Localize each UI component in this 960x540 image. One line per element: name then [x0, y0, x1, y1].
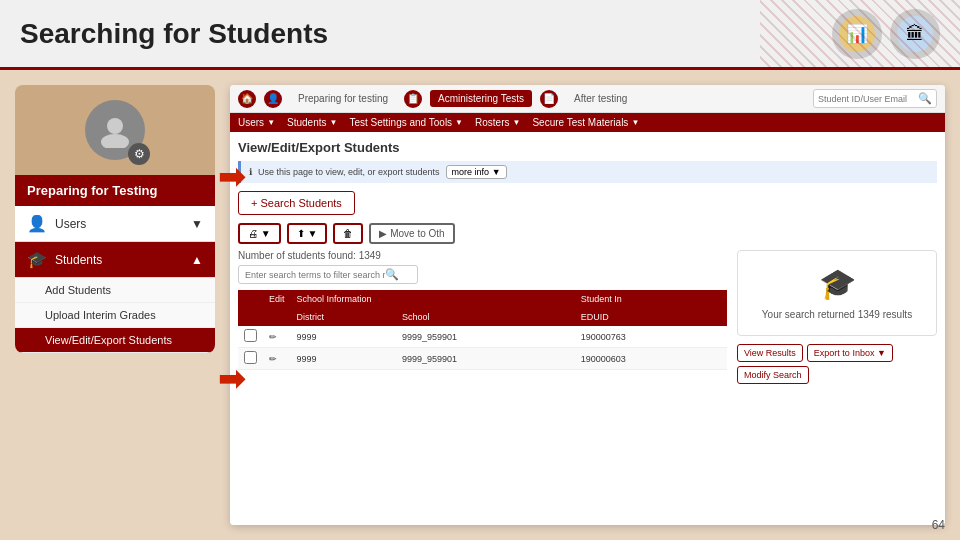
row2-school: 9999_959901	[396, 348, 575, 370]
move-button[interactable]: ▶ Move to Oth	[369, 223, 454, 244]
search-returned-panel: 🎓 Your search returned 1349 results	[737, 250, 937, 336]
arrow1: ➡	[218, 158, 245, 196]
sub-checkbox	[238, 308, 263, 326]
mortarboard-icon: 🎓	[748, 266, 926, 301]
filter-row: 🔍	[238, 265, 418, 284]
sidebar: Preparing for Testing 👤 Users ▼ 🎓 Studen…	[15, 85, 215, 525]
row2-edit[interactable]: ✏	[263, 348, 291, 370]
students-chevron-icon: ▲	[191, 253, 203, 267]
bg-decoration	[760, 0, 960, 70]
home-icon[interactable]: 🏠	[238, 90, 256, 108]
secure-test-chevron: ▼	[631, 118, 639, 127]
table-row: ✏ 9999 9999_959901 190000763	[238, 326, 727, 348]
sidebar-item-students[interactable]: 🎓 Students ▲	[15, 242, 215, 278]
sidebar-menu: 👤 Users ▼ 🎓 Students ▲ Add Students Uplo…	[15, 206, 215, 353]
menu-students[interactable]: Students ▼	[287, 117, 337, 128]
row2-district: 9999	[291, 348, 396, 370]
menu-secure-test[interactable]: Secure Test Materials ▼	[532, 117, 639, 128]
test-settings-chevron: ▼	[455, 118, 463, 127]
row1-edit[interactable]: ✏	[263, 326, 291, 348]
sidebar-avatar	[15, 85, 215, 175]
sidebar-subitem-upload-interim[interactable]: Upload Interim Grades	[15, 303, 215, 328]
row2-eduid: 190000603	[575, 348, 727, 370]
view-results-button[interactable]: View Results	[737, 344, 803, 362]
col-school-info-header: School Information	[291, 290, 575, 308]
action-buttons-row: View Results Export to Inbox ▼ Modify Se…	[737, 344, 937, 384]
sub-edit	[263, 308, 291, 326]
avatar-icon	[85, 100, 145, 160]
sidebar-item-users[interactable]: 👤 Users ▼	[15, 206, 215, 242]
page-header: Searching for Students 📊 🏛	[0, 0, 960, 70]
rosters-chevron: ▼	[512, 118, 520, 127]
sidebar-item-students-left: 🎓 Students	[27, 250, 102, 269]
search-students-button[interactable]: + Search Students	[238, 191, 355, 215]
students-table: Edit School Information Student In Distr…	[238, 290, 727, 370]
main-content: Preparing for Testing 👤 Users ▼ 🎓 Studen…	[0, 70, 960, 540]
users-icon: 👤	[27, 214, 47, 233]
right-panel: 🎓 Your search returned 1349 results View…	[737, 250, 937, 384]
menu-bar: Users ▼ Students ▼ Test Settings and Too…	[230, 113, 945, 132]
col-student-info-header: Student In	[575, 290, 727, 308]
users-menu-chevron: ▼	[267, 118, 275, 127]
top-search-input[interactable]	[818, 94, 918, 104]
tab-preparing[interactable]: Preparing for testing	[290, 90, 396, 107]
sidebar-item-students-label: Students	[55, 253, 102, 267]
export-button[interactable]: ⬆ ▼	[287, 223, 328, 244]
results-section: Number of students found: 1349 🔍 Edit Sc…	[238, 250, 937, 384]
page-title: Searching for Students	[20, 18, 328, 50]
sidebar-item-users-label: Users	[55, 217, 86, 231]
sub-eduid: EDUID	[575, 308, 727, 326]
info-bar: ℹ Use this page to view, edit, or export…	[238, 161, 937, 183]
svg-point-4	[107, 118, 123, 134]
filter-input[interactable]	[245, 270, 385, 280]
row2-checkbox[interactable]	[244, 351, 257, 364]
top-search-icon: 🔍	[918, 92, 932, 105]
results-count: Number of students found: 1349	[238, 250, 727, 261]
browser-window: 🏠 👤 Preparing for testing 📋 Acministerin…	[230, 85, 945, 525]
row1-school: 9999_959901	[396, 326, 575, 348]
toolbar-row: 🖨 ▼ ⬆ ▼ 🗑 ▶ Move to Oth	[238, 223, 937, 244]
svg-point-5	[101, 134, 129, 148]
info-text: Use this page to view, edit, or export s…	[258, 167, 440, 177]
search-returned-text: Your search returned 1349 results	[748, 309, 926, 320]
students-menu-chevron: ▼	[330, 118, 338, 127]
info-icon: ℹ	[249, 167, 252, 177]
tab-after[interactable]: After testing	[566, 90, 635, 107]
menu-test-settings[interactable]: Test Settings and Tools ▼	[349, 117, 463, 128]
page-heading: View/Edit/Export Students	[238, 140, 937, 155]
students-icon: 🎓	[27, 250, 47, 269]
row1-checkbox[interactable]	[244, 329, 257, 342]
arrow2: ➡	[218, 360, 245, 398]
modify-search-button[interactable]: Modify Search	[737, 366, 809, 384]
sidebar-item-users-left: 👤 Users	[27, 214, 86, 233]
page-number: 64	[932, 518, 945, 532]
browser-content: View/Edit/Export Students ℹ Use this pag…	[230, 132, 945, 525]
user-nav-icon[interactable]: 👤	[264, 90, 282, 108]
top-search-box[interactable]: 🔍	[813, 89, 937, 108]
sidebar-subitem-view-edit-export[interactable]: View/Edit/Export Students	[15, 328, 215, 353]
more-info-button[interactable]: more info ▼	[446, 165, 507, 179]
delete-button[interactable]: 🗑	[333, 223, 363, 244]
tab-administering[interactable]: Acministering Tests	[430, 90, 532, 107]
table-row: ✏ 9999 9999_959901 190000603	[238, 348, 727, 370]
sub-district: District	[291, 308, 396, 326]
menu-users[interactable]: Users ▼	[238, 117, 275, 128]
browser-topbar: 🏠 👤 Preparing for testing 📋 Acministerin…	[230, 85, 945, 113]
users-chevron-icon: ▼	[191, 217, 203, 231]
row1-eduid: 190000763	[575, 326, 727, 348]
sub-school: School	[396, 308, 575, 326]
col-checkbox-header	[238, 290, 263, 308]
admin-icon[interactable]: 📋	[404, 90, 422, 108]
filter-search-icon: 🔍	[385, 268, 399, 281]
col-edit-header: Edit	[263, 290, 291, 308]
row1-district: 9999	[291, 326, 396, 348]
sidebar-subitem-add-students[interactable]: Add Students	[15, 278, 215, 303]
sidebar-section-title: Preparing for Testing	[15, 175, 215, 206]
menu-rosters[interactable]: Rosters ▼	[475, 117, 520, 128]
export-to-inbox-button[interactable]: Export to Inbox ▼	[807, 344, 893, 362]
after-icon[interactable]: 📄	[540, 90, 558, 108]
print-button[interactable]: 🖨 ▼	[238, 223, 281, 244]
table-section: Number of students found: 1349 🔍 Edit Sc…	[238, 250, 727, 384]
